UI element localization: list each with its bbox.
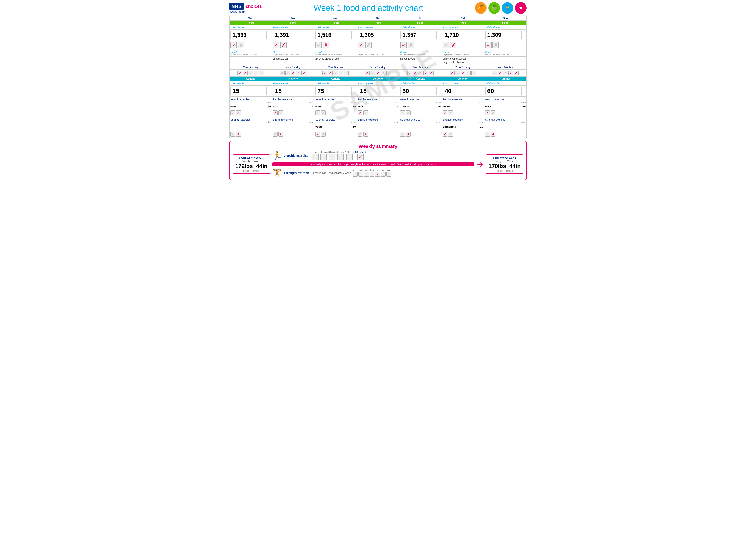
aer-check2-sun[interactable]: ✗ — [491, 111, 496, 115]
aer-check1-sun[interactable]: ✓ — [485, 111, 490, 115]
five-check-tue-1[interactable]: ✓ — [280, 71, 285, 75]
aer-check2-mon[interactable]: ✗ — [236, 111, 241, 115]
bot-check2-mon[interactable]: ✗ — [236, 132, 241, 137]
five-check-sun-4[interactable]: ✓ — [508, 71, 513, 75]
five-check-sun-2[interactable]: ✓ — [498, 71, 502, 75]
str-check-fri[interactable]: ✓ — [375, 172, 380, 177]
check-planned-fri[interactable]: ✓ — [400, 42, 407, 48]
aerobic-check-10[interactable] — [312, 154, 318, 160]
five-check-wed-5[interactable] — [344, 71, 349, 75]
tc-label-sat: Total calories: — [442, 25, 484, 30]
five-check-tue-5[interactable]: ✓ — [302, 71, 306, 75]
snack-label-thu: Oops! Unplanned snacks or drinks — [357, 50, 399, 57]
aerobic-check-60[interactable] — [329, 154, 335, 160]
str-check-mon[interactable] — [353, 172, 358, 177]
aerobic-check-120[interactable] — [346, 154, 353, 160]
five-check-tue-4[interactable]: ✓ — [296, 71, 301, 75]
five-check-thu-3[interactable]: ✓ — [376, 71, 380, 75]
str-check-wed[interactable]: ✓ — [364, 172, 369, 177]
aerobic-check-90[interactable] — [337, 154, 344, 160]
aer-check1-fri[interactable]: ✓ — [400, 111, 405, 115]
str-label-sun: Strength exercise mins — [484, 117, 527, 124]
five-check-sun-1[interactable]: ✓ — [492, 71, 497, 75]
aer-check1-sat[interactable]: ✓ — [443, 111, 447, 115]
bot-check2-sat[interactable]: ✗ — [448, 132, 453, 137]
bot-check2-tue[interactable]: ✗ — [279, 132, 283, 137]
check-planned-thu[interactable]: ✓ — [358, 42, 364, 48]
check-planned-wed[interactable]: ✓ — [315, 42, 322, 48]
check-x-thu[interactable]: ✗ — [365, 42, 371, 48]
aer-type-mon: Aerobic exercise mins — [230, 97, 272, 104]
bot-check1-wed[interactable]: ✓ — [315, 132, 320, 137]
bot-check1-tue[interactable]: ✓ — [273, 132, 278, 137]
check-planned-tue[interactable]: ✓ — [273, 42, 279, 48]
five-check-mon-2[interactable]: ✓ — [243, 71, 248, 75]
check-x-wed[interactable]: ✗ — [323, 42, 329, 48]
five-check-fri-1[interactable]: ✓ — [407, 71, 412, 75]
bot-check1-thu[interactable]: ✓ — [358, 132, 363, 137]
aer-act-wed: walk15 — [314, 104, 357, 109]
check-planned-sun[interactable]: ✓ — [485, 42, 492, 48]
act-sun: Activity — [484, 77, 527, 81]
five-check-thu-1[interactable]: ✓ — [365, 71, 369, 75]
bot-check1-sat[interactable]: ✓ — [443, 132, 447, 137]
check-x-tue[interactable]: ✗ — [280, 42, 286, 48]
five-check-thu-4[interactable]: ✓ — [381, 71, 386, 75]
aer-check1-thu[interactable]: ✓ — [358, 111, 363, 115]
five-check-mon-1[interactable]: ✓ — [237, 71, 242, 75]
five-check-sun-3[interactable]: ✓ — [503, 71, 508, 75]
bot-check2-sun[interactable]: ✗ — [491, 132, 496, 137]
aerobic-check-150[interactable]: ✓ — [357, 154, 364, 160]
check-x-fri[interactable]: ✗ — [408, 42, 414, 48]
check-planned-sat[interactable]: ✓ — [443, 42, 449, 48]
aer-check2-fri[interactable]: ✗ — [406, 111, 411, 115]
str-act-sat: gardening20 — [442, 124, 484, 130]
five-check-sat-1[interactable]: ✓ — [450, 71, 454, 75]
str-check-sun[interactable] — [387, 172, 391, 177]
five-check-sat-2[interactable]: ✓ — [455, 71, 460, 75]
five-check-tue-3[interactable]: ✓ — [291, 71, 295, 75]
five-check-sat-5[interactable] — [471, 71, 476, 75]
check-x-sat[interactable]: ✗ — [450, 42, 456, 48]
str-check-sat[interactable] — [381, 172, 386, 177]
bot-check2-wed[interactable]: ✗ — [321, 132, 326, 137]
five-check-fri-3[interactable]: ✓ — [418, 71, 423, 75]
bot-check1-mon[interactable]: ✓ — [230, 132, 235, 137]
five-check-fri-2[interactable]: ✓ — [413, 71, 418, 75]
five-check-sat-4[interactable] — [466, 71, 471, 75]
check-x-sun[interactable]: ✗ — [493, 42, 499, 48]
aer-check1-wed[interactable]: ✓ — [315, 111, 320, 115]
five-check-sun-5[interactable]: ✓ — [514, 71, 519, 75]
check-x-mon[interactable]: ✗ — [238, 42, 244, 48]
five-check-sat-3[interactable]: ✓ — [461, 71, 465, 75]
five-check-thu-5[interactable] — [387, 71, 391, 75]
aer-check1-mon[interactable]: ✓ — [230, 111, 235, 115]
aer-check1-tue[interactable]: ✓ — [273, 111, 278, 115]
check-planned-mon[interactable]: ✓ — [230, 42, 237, 48]
aer-check2-tue[interactable]: ✗ — [279, 111, 283, 115]
five-check-wed-4[interactable] — [338, 71, 343, 75]
bot-check2-fri[interactable]: ✗ — [406, 132, 411, 137]
aerobic-check-30[interactable] — [320, 154, 327, 160]
aer-check2-wed[interactable]: ✗ — [321, 111, 326, 115]
five-check-wed-1[interactable]: ✓ — [322, 71, 327, 75]
five-check-mon-5[interactable] — [259, 71, 264, 75]
five-check-fri-4[interactable]: ✓ — [423, 71, 428, 75]
five-check-wed-3[interactable]: ✓ — [333, 71, 338, 75]
bot-check1-fri[interactable]: ✓ — [400, 132, 405, 137]
aer-check2-thu[interactable]: ✗ — [363, 111, 368, 115]
five-check-fri-5[interactable]: ✓ — [429, 71, 434, 75]
bot-check2-thu[interactable]: ✗ — [363, 132, 368, 137]
cal-sun: 1,309 — [484, 30, 527, 40]
str-check-tues[interactable] — [358, 172, 363, 177]
aer-check2-sat[interactable]: ✗ — [448, 111, 453, 115]
five-check-mon-4[interactable] — [254, 71, 258, 75]
five-check-thu-2[interactable]: ✓ — [370, 71, 375, 75]
tc-label-wed: Total calories: — [314, 25, 357, 30]
bot-check1-sun[interactable]: ✓ — [485, 132, 490, 137]
five-check-tue-2[interactable]: ✓ — [285, 71, 290, 75]
str-check-thurs[interactable] — [369, 172, 374, 177]
five-check-mon-3[interactable]: ✓ — [248, 71, 253, 75]
five-check-wed-2[interactable]: ✓ — [328, 71, 333, 75]
bot-check-mon: ✓ ✗ — [230, 130, 272, 138]
